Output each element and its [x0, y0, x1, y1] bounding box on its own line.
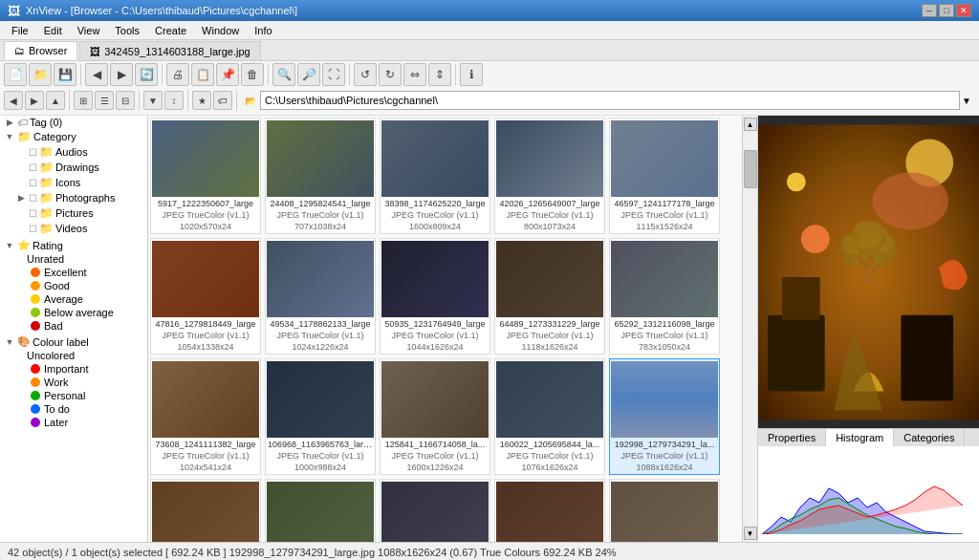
sidebar-item-personal[interactable]: Personal	[0, 389, 147, 402]
sidebar-item-tag[interactable]: ▶ 🏷 Tag (0)	[0, 116, 147, 129]
sidebar-item-uncolored[interactable]: Uncolored	[0, 349, 147, 362]
sidebar-item-icons[interactable]: ☐ 📁 Icons	[0, 175, 147, 190]
flip-h-button[interactable]: ⇔	[403, 63, 426, 86]
sidebar-item-excellent[interactable]: Excellent	[0, 266, 147, 279]
thumb-name-9: 64489_1273331229_large	[497, 319, 602, 329]
thumbnail-item-13[interactable]: 125841_1166714058_la...JPEG TrueColor (v…	[380, 358, 490, 475]
scrollbar-up-button[interactable]: ▲	[744, 118, 757, 131]
sidebar-item-bad[interactable]: Bad	[0, 319, 147, 333]
menu-edit[interactable]: Edit	[36, 23, 70, 38]
thumbnail-item-16[interactable]: 193080_1180812449_la...JPEG TrueColor (v…	[150, 479, 261, 542]
thumb-image-14	[496, 361, 603, 438]
scrollbar-down-button[interactable]: ▼	[744, 527, 757, 540]
view-detail-button[interactable]: ⊟	[116, 91, 135, 110]
thumbnail-item-4[interactable]: 42026_1265649007_largeJPEG TrueColor (v1…	[494, 118, 605, 234]
sidebar-item-work[interactable]: Work	[0, 376, 147, 389]
thumbnail-item-19[interactable]: 232407_1327395565_la...JPEG TrueColor (v…	[494, 479, 605, 542]
menu-info[interactable]: Info	[247, 23, 279, 38]
flip-v-button[interactable]: ⇕	[428, 63, 451, 86]
menu-file[interactable]: File	[4, 23, 36, 38]
categories-tab[interactable]: Categories	[894, 429, 965, 446]
thumbnail-item-7[interactable]: 49534_1178862133_largeJPEG TrueColor (v1…	[265, 238, 376, 355]
save-button[interactable]: 💾	[54, 63, 76, 86]
sidebar: ▶ 🏷 Tag (0) ▼ 📁 Category ☐ 📁 Audios ☐ 📁 …	[0, 116, 148, 542]
forward-button[interactable]: ▶	[110, 63, 133, 86]
thumbnail-item-8[interactable]: 50935_1231764949_largeJPEG TrueColor (v1…	[380, 238, 490, 355]
tag-button[interactable]: 🏷	[213, 91, 232, 110]
sidebar-item-good[interactable]: Good	[0, 279, 147, 292]
tab-image[interactable]: 🖼 342459_1314603188_large.jpg	[79, 41, 260, 60]
print-button[interactable]: 🖨	[166, 63, 189, 86]
open-file-button[interactable]: 📁	[29, 63, 52, 86]
thumbnail-item-9[interactable]: 64489_1273331229_largeJPEG TrueColor (v1…	[494, 238, 605, 355]
nav-up-button[interactable]: ▲	[46, 91, 65, 110]
close-button[interactable]: ✕	[956, 4, 971, 17]
menu-view[interactable]: View	[70, 23, 108, 38]
thumb-info-7: JPEG TrueColor (v1.1)	[268, 331, 373, 340]
address-dropdown-button[interactable]: ▼	[962, 96, 971, 106]
thumb-info-1: JPEG TrueColor (v1.1)	[153, 210, 258, 220]
thumbnail-item-14[interactable]: 160022_1205695844_la...JPEG TrueColor (v…	[494, 358, 605, 475]
minimize-button[interactable]: ─	[922, 4, 937, 17]
title-bar: 🖼 XnView - [Browser - C:\Users\thibaud\P…	[0, 0, 979, 21]
sidebar-item-videos[interactable]: ☐ 📁 Videos	[0, 221, 147, 236]
info-button[interactable]: ℹ	[460, 63, 483, 86]
menu-window[interactable]: Window	[194, 23, 247, 38]
thumbnail-item-17[interactable]: 218717_1310767180_la...JPEG TrueColor (v…	[265, 479, 376, 542]
properties-tab[interactable]: Properties	[758, 429, 826, 446]
sidebar-item-later[interactable]: Later	[0, 416, 147, 429]
thumbnail-item-6[interactable]: 47816_1279818449_largeJPEG TrueColor (v1…	[150, 238, 261, 355]
thumbnail-item-12[interactable]: 106968_1163965763_largeJPEG TrueColor (v…	[265, 358, 376, 475]
scrollbar-thumb[interactable]	[744, 150, 757, 188]
filter-button[interactable]: ▼	[143, 91, 163, 110]
histogram-tab[interactable]: Histogram	[826, 429, 894, 446]
thumbnail-item-2[interactable]: 24408_1295824541_largeJPEG TrueColor (v1…	[265, 118, 376, 234]
view-thumb-button[interactable]: ⊞	[74, 91, 93, 110]
menu-create[interactable]: Create	[147, 23, 194, 38]
delete-button[interactable]: 🗑	[241, 63, 264, 86]
sort-button[interactable]: ↕	[164, 91, 184, 110]
thumbnail-item-5[interactable]: 46597_1241177178_largeJPEG TrueColor (v1…	[609, 118, 720, 234]
sidebar-item-rating[interactable]: ▼ ⭐ Rating	[0, 238, 147, 252]
thumbnail-item-20[interactable]: 244895_1191333321_la...JPEG TrueColor (v…	[609, 479, 720, 542]
copy-button[interactable]: 📋	[191, 63, 214, 86]
sidebar-item-important[interactable]: Important	[0, 362, 147, 376]
thumbnail-item-3[interactable]: 38398_1174625220_largeJPEG TrueColor (v1…	[380, 118, 490, 234]
thumb-name-13: 125841_1166714058_la...	[382, 440, 488, 449]
nav-fwd-button[interactable]: ▶	[25, 91, 44, 110]
star-button[interactable]: ★	[192, 91, 211, 110]
scrollbar-track[interactable]: ▲ ▼	[742, 116, 757, 542]
zoom-in-button[interactable]: 🔍	[272, 63, 295, 86]
maximize-button[interactable]: □	[939, 4, 954, 17]
thumbnail-item-11[interactable]: 73608_1241111382_largeJPEG TrueColor (v1…	[150, 358, 261, 475]
new-button[interactable]: 📄	[4, 63, 27, 86]
zoom-out-button[interactable]: 🔎	[297, 63, 320, 86]
menu-tools[interactable]: Tools	[107, 23, 147, 38]
address-input[interactable]	[260, 91, 960, 110]
tab-browser[interactable]: 🗂 Browser	[4, 41, 77, 60]
view-list-button[interactable]: ☰	[95, 91, 114, 110]
sidebar-item-photographs[interactable]: ▶ ☐ 📁 Photographs	[0, 190, 147, 205]
rotate-left-button[interactable]: ↺	[354, 63, 377, 86]
sidebar-item-category[interactable]: ▼ 📁 Category	[0, 129, 147, 144]
sidebar-item-below-average[interactable]: Below average	[0, 306, 147, 319]
paste-button[interactable]: 📌	[216, 63, 239, 86]
rotate-right-button[interactable]: ↻	[379, 63, 402, 86]
histogram-chart	[762, 450, 963, 534]
nav-back-button[interactable]: ◀	[4, 91, 23, 110]
sidebar-item-drawings[interactable]: ☐ 📁 Drawings	[0, 160, 147, 175]
refresh-button[interactable]: 🔄	[135, 63, 158, 86]
sidebar-item-average[interactable]: Average	[0, 292, 147, 306]
sidebar-item-unrated[interactable]: Unrated	[0, 252, 147, 266]
address-icon: 📂	[245, 96, 256, 106]
sidebar-item-pictures[interactable]: ☐ 📁 Pictures	[0, 205, 147, 221]
sidebar-item-audios[interactable]: ☐ 📁 Audios	[0, 144, 147, 160]
sidebar-item-colour-label[interactable]: ▼ 🎨 Colour label	[0, 334, 147, 349]
thumbnail-item-1[interactable]: 5917_1222350607_largeJPEG TrueColor (v1.…	[150, 118, 261, 234]
thumbnail-item-15[interactable]: 192998_1279734291_la...JPEG TrueColor (v…	[609, 358, 720, 475]
thumbnail-item-18[interactable]: 227196_1212816786_la...JPEG TrueColor (v…	[380, 479, 490, 542]
back-button[interactable]: ◀	[85, 63, 108, 86]
thumbnail-item-10[interactable]: 65292_1312116098_largeJPEG TrueColor (v1…	[609, 238, 720, 355]
fullscreen-button[interactable]: ⛶	[322, 63, 345, 86]
sidebar-item-todo[interactable]: To do	[0, 402, 147, 416]
